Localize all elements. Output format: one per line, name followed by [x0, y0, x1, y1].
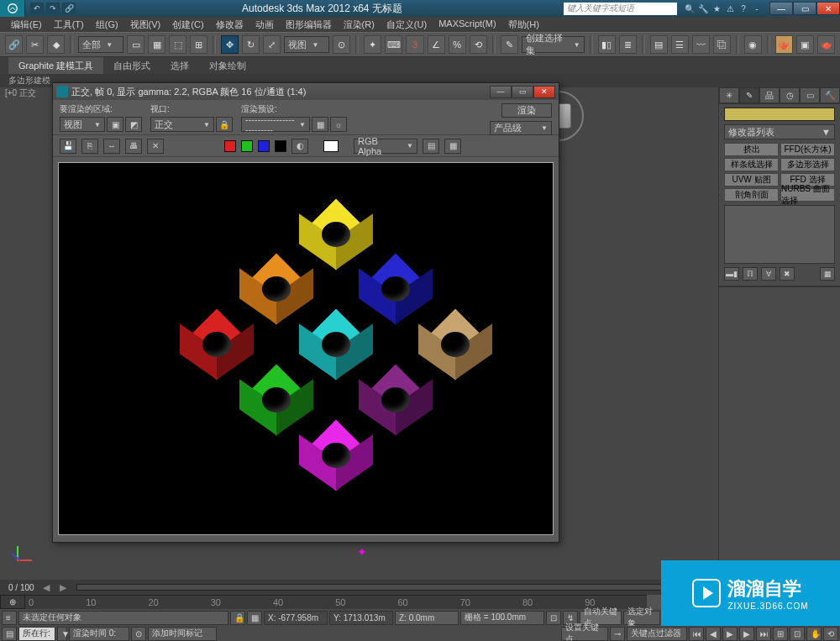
menu-animation[interactable]: 动画 — [249, 17, 280, 32]
save-image-icon[interactable]: 💾 — [60, 139, 76, 154]
absolute-mode-icon[interactable]: ▦ — [247, 611, 262, 625]
play-icon[interactable]: ▶ — [722, 627, 738, 641]
tab-objpaint[interactable]: 对象绘制 — [199, 57, 256, 74]
preset-select[interactable]: -------------------------▼ — [241, 117, 310, 132]
minimize-button[interactable]: — — [769, 2, 793, 15]
modify-tab-icon[interactable]: ✎ — [739, 87, 759, 103]
menu-modifiers[interactable]: 修改器 — [210, 17, 249, 32]
rotate-icon[interactable]: ↻ — [242, 35, 260, 54]
goto-start-icon[interactable]: ⏮ — [689, 627, 704, 641]
mod-btn-extrude[interactable]: 挤出 — [724, 143, 779, 156]
b-overlay-icon[interactable]: ▦ — [444, 139, 461, 154]
nav1-icon[interactable]: ⊞ — [773, 627, 788, 641]
mono-toggle[interactable]: ◐ — [291, 139, 308, 154]
bg-color-swatch[interactable] — [323, 140, 339, 152]
print-icon[interactable]: 🖶 — [125, 139, 142, 154]
rendered-frame-icon[interactable]: ▣ — [796, 35, 814, 54]
unlink-icon[interactable]: ✂ — [26, 35, 44, 54]
mirror-icon[interactable]: ▮▯ — [598, 35, 616, 54]
make-unique-icon[interactable]: ∀ — [761, 267, 776, 281]
ref-coord-system[interactable]: 视图▼ — [284, 36, 329, 53]
bind-icon[interactable]: ◆ — [47, 35, 65, 54]
menu-tools[interactable]: 工具(T) — [48, 17, 90, 32]
render-setup-icon[interactable]: ▦ — [312, 117, 328, 132]
material-editor-icon[interactable]: ◉ — [744, 35, 762, 54]
selection-filter[interactable]: 全部▼ — [78, 36, 123, 53]
remove-mod-icon[interactable]: ✖ — [780, 267, 795, 281]
select-name-icon[interactable]: ▦ — [148, 35, 165, 54]
snap-icon[interactable]: 3 — [406, 35, 423, 54]
tab-graphite[interactable]: Graphite 建模工具 — [8, 57, 103, 74]
hierarchy-tab-icon[interactable]: 品 — [759, 87, 780, 103]
environment-icon[interactable]: ☼ — [330, 117, 347, 132]
show-result-icon[interactable]: ℿ — [743, 267, 758, 281]
tab-freeform[interactable]: 自由形式 — [103, 57, 160, 74]
alpha-channel-toggle[interactable] — [275, 140, 286, 152]
pin-stack-icon[interactable]: ▬▮ — [724, 267, 739, 281]
create-tab-icon[interactable]: ✳ — [719, 87, 739, 103]
trackbar-toggle[interactable]: ⊕ — [0, 595, 25, 609]
help-icon[interactable]: ? — [738, 3, 749, 14]
layers-icon[interactable]: ▤ — [650, 35, 668, 54]
help-search-input[interactable]: 键入关键字或短语 — [564, 3, 677, 15]
nav3-icon[interactable]: ✋ — [806, 627, 822, 641]
window-crossing-icon[interactable]: ⊞ — [190, 35, 207, 54]
app-icon[interactable] — [0, 0, 25, 17]
channel-select[interactable]: RGB Alpha▼ — [354, 139, 417, 154]
menu-help[interactable]: 帮助(H) — [502, 17, 545, 32]
modifier-stack[interactable] — [724, 205, 835, 264]
curve-editor-icon[interactable]: 〰 — [692, 35, 710, 54]
redo-icon[interactable]: ↷ — [46, 3, 60, 14]
alert-icon[interactable]: ⚠ — [724, 3, 736, 14]
tab-selection[interactable]: 选择 — [160, 57, 199, 74]
next-frame-icon[interactable]: ▶ — [739, 627, 754, 641]
configure-sets-icon[interactable]: ▦ — [820, 267, 835, 281]
output-select[interactable]: 产品级▼ — [490, 121, 552, 135]
utilities-tab-icon[interactable]: 🔨 — [820, 87, 840, 103]
viewport-select[interactable]: 正交▼ — [150, 117, 214, 132]
menu-grapheditors[interactable]: 图形编辑器 — [280, 17, 338, 32]
prev-frame-icon[interactable]: ◀ — [706, 627, 721, 641]
menu-maxscript[interactable]: MAXScript(M) — [433, 17, 501, 32]
selset-combo[interactable]: 选定对象 — [623, 611, 660, 625]
wrench-icon[interactable]: 🔧 — [697, 3, 709, 14]
move-icon[interactable]: ✥ — [221, 35, 239, 54]
green-channel-toggle[interactable] — [241, 140, 253, 152]
comm-center-icon[interactable]: ⊙ — [131, 627, 146, 641]
viewport-label[interactable]: [+0 正交 — [5, 87, 36, 99]
menu-create[interactable]: 创建(C) — [166, 17, 209, 32]
schematic-icon[interactable]: ⿻ — [713, 35, 731, 54]
named-sel-set[interactable]: 创建选择集▼ — [522, 36, 585, 53]
render-close-button[interactable]: ✕ — [533, 86, 555, 98]
x-coord[interactable]: X: -677.958m — [264, 611, 328, 625]
pivot-icon[interactable]: ⊙ — [333, 35, 350, 54]
key-filter[interactable]: 关键点过滤器 — [627, 627, 687, 641]
object-color-swatch[interactable] — [724, 108, 835, 121]
render-setup-icon[interactable]: 🫖 — [775, 35, 793, 54]
manipulate-icon[interactable]: ✦ — [364, 35, 381, 54]
mod-btn-uvwmap[interactable]: UVW 贴图 — [724, 173, 779, 187]
script-listener-icon[interactable]: ≡ — [2, 611, 17, 625]
isolate-icon[interactable]: ⊡ — [546, 611, 561, 625]
spinner-snap-icon[interactable]: ⟲ — [470, 35, 487, 54]
undo-icon[interactable]: ↶ — [30, 3, 44, 14]
copy-image-icon[interactable]: ⎘ — [81, 139, 98, 154]
close-button[interactable]: ✕ — [816, 2, 840, 15]
lock-selection-icon[interactable]: 🔒 — [230, 611, 245, 625]
mod-btn-nurbssel[interactable]: NURBS 曲面选择 — [780, 188, 835, 202]
mini-listener-icon[interactable]: ▤ — [2, 627, 17, 641]
menu-customize[interactable]: 自定义(U) — [381, 17, 433, 32]
display-tab-icon[interactable]: ▭ — [800, 87, 820, 103]
z-coord[interactable]: Z: 0.0mm — [395, 611, 459, 625]
auto-region-icon[interactable]: ◩ — [125, 117, 142, 132]
a-overlay-icon[interactable]: ▤ — [423, 139, 439, 154]
clone-frame-icon[interactable]: ↔ — [103, 139, 120, 154]
setkey-button[interactable]: 设置关键点 — [561, 627, 608, 641]
blue-channel-toggle[interactable] — [258, 140, 270, 152]
align-icon[interactable]: ≣ — [619, 35, 637, 54]
track-bar[interactable]: 0102030405060708090 — [25, 595, 647, 609]
maximize-button[interactable]: ▭ — [793, 2, 816, 15]
menu-views[interactable]: 视图(V) — [124, 17, 167, 32]
star-icon[interactable]: ★ — [711, 3, 722, 14]
nav4-icon[interactable]: ⟲ — [823, 627, 838, 641]
